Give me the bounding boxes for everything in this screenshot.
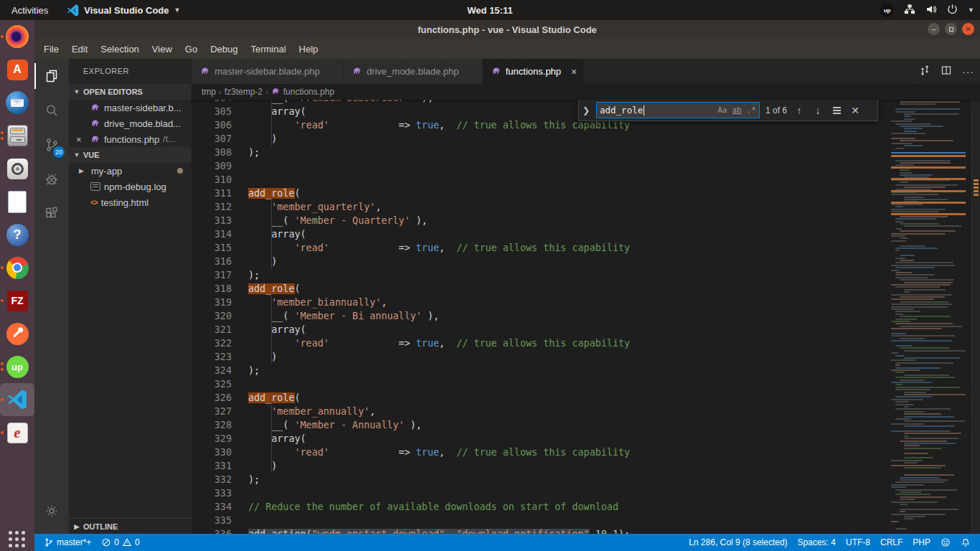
code-line-323[interactable]: 323 )	[192, 350, 980, 364]
dock-item-upwork[interactable]: up	[0, 350, 34, 383]
notifications-bell-icon[interactable]	[956, 537, 976, 547]
explorer-icon[interactable]	[34, 59, 69, 93]
tab-functions.php[interactable]: functions.php×	[483, 59, 585, 84]
code-line-335[interactable]: 335	[192, 514, 980, 527]
tab-master-sidebar.blade.php[interactable]: master-sidebar.blade.php×	[192, 59, 343, 84]
code-line-333[interactable]: 333	[192, 486, 980, 500]
open-editor-master-sidebar.b...[interactable]: master-sidebar.b...	[69, 100, 192, 116]
problems-status[interactable]: 0 0	[96, 537, 144, 547]
dock-item-firefox[interactable]	[0, 20, 34, 53]
code-line-330[interactable]: 330 'read' => true, // true allows this …	[192, 446, 980, 459]
extensions-icon[interactable]	[34, 197, 69, 231]
indentation-status[interactable]: Spaces: 4	[793, 537, 841, 547]
breadcrumb-item[interactable]: functions.php	[283, 87, 334, 97]
file-item-npm-debug.log[interactable]: npm-debug.log	[69, 179, 192, 194]
code-line-325[interactable]: 325	[192, 377, 980, 391]
minimize-button[interactable]: –	[928, 23, 940, 35]
menu-selection[interactable]: Selection	[94, 44, 145, 55]
search-icon[interactable]	[34, 93, 69, 128]
file-item-testing.html[interactable]: <>testing.html	[69, 194, 192, 210]
code-line-327[interactable]: 327 'member_annually',	[192, 405, 980, 418]
regex-toggle[interactable]: .*	[747, 105, 756, 115]
cursor-position-status[interactable]: Ln 286, Col 9 (8 selected)	[684, 537, 792, 547]
find-next-button[interactable]: ↓	[811, 105, 824, 116]
code-line-321[interactable]: 321 array(	[192, 323, 980, 336]
dock-item-chrome[interactable]	[0, 251, 34, 284]
open-editors-header[interactable]: ▼ OPEN EDITORS	[69, 84, 192, 100]
window-title-bar[interactable]: functions.php - vue - Visual Studio Code…	[34, 20, 980, 39]
code-line-315[interactable]: 315 'read' => true, // true allows this …	[192, 241, 980, 255]
find-previous-button[interactable]: ↑	[793, 105, 806, 116]
settings-gear-icon[interactable]	[34, 494, 69, 528]
code-line-329[interactable]: 329 array(	[192, 432, 980, 446]
minimap[interactable]	[890, 100, 971, 534]
power-icon[interactable]	[947, 4, 958, 17]
code-line-331[interactable]: 331 )	[192, 459, 980, 473]
split-editor-icon[interactable]	[941, 65, 952, 79]
maximize-button[interactable]	[945, 23, 957, 35]
dock-item-speaker[interactable]	[0, 152, 34, 185]
whole-word-toggle[interactable]: ab	[732, 105, 742, 115]
chevron-down-icon[interactable]: ▼	[968, 6, 974, 14]
activities-button[interactable]: Activities	[0, 5, 60, 16]
find-input[interactable]: add_role Aa ab .*	[596, 102, 760, 118]
close-button[interactable]: ✕	[962, 23, 974, 35]
code-line-320[interactable]: 320 __( 'Member - Bi annually' ),	[192, 309, 980, 323]
code-line-311[interactable]: 311add_role(	[192, 187, 980, 200]
project-section-header[interactable]: ▼ VUE	[69, 147, 192, 163]
dock-item-help[interactable]: ?	[0, 218, 34, 251]
find-close-button[interactable]: ✕	[849, 105, 862, 116]
tab-drive_mode.blade.php[interactable]: drive_mode.blade.php×	[344, 59, 482, 84]
code-line-319[interactable]: 319 'member_biannually',	[192, 296, 980, 309]
find-expand-chevron-icon[interactable]: ❯	[582, 105, 590, 116]
tab-close-icon[interactable]: ×	[571, 66, 577, 77]
debug-icon[interactable]	[34, 162, 69, 197]
dock-item-libreoffice-writer[interactable]	[0, 185, 34, 218]
code-line-312[interactable]: 312 'member_quarterly',	[192, 200, 980, 214]
code-line-332[interactable]: 332);	[192, 473, 980, 486]
menu-file[interactable]: File	[37, 44, 65, 55]
code-line-334[interactable]: 334// Reduce the number of available dow…	[192, 500, 980, 514]
network-icon[interactable]	[904, 4, 915, 17]
feedback-smiley-icon[interactable]	[936, 537, 956, 547]
more-actions-icon[interactable]: ···	[962, 66, 974, 77]
code-line-309[interactable]: 309	[192, 159, 980, 173]
encoding-status[interactable]: UTF-8	[841, 537, 875, 547]
menu-debug[interactable]: Debug	[204, 44, 244, 55]
code-line-308[interactable]: 308);	[192, 146, 980, 159]
code-line-328[interactable]: 328 __( 'Member - Annually' ),	[192, 418, 980, 432]
language-mode-status[interactable]: PHP	[908, 537, 936, 547]
code-line-310[interactable]: 310	[192, 173, 980, 187]
dock-item-filezilla[interactable]: FZ	[0, 284, 34, 317]
code-line-314[interactable]: 314 array(	[192, 227, 980, 241]
show-applications-icon[interactable]	[9, 531, 26, 548]
editor[interactable]: 304 __( 'Premium Subscriber' ),305 array…	[192, 100, 980, 534]
dock-item-thunderbird[interactable]	[0, 86, 34, 119]
dock-item-notes[interactable]: e	[0, 416, 34, 449]
dock-item-vscode[interactable]	[0, 383, 34, 416]
source-control-icon[interactable]: 20	[34, 128, 69, 162]
code-line-313[interactable]: 313 __( 'Member - Quarterly' ),	[192, 214, 980, 227]
open-changes-icon[interactable]	[919, 65, 930, 79]
open-editor-drive_mode.blad...[interactable]: drive_mode.blad...	[69, 116, 192, 131]
code-line-336[interactable]: 336add_action("wpdm_onstart_download", "…	[192, 527, 980, 534]
app-menu[interactable]: Visual Studio Code ▼	[60, 4, 187, 17]
code-line-316[interactable]: 316 )	[192, 255, 980, 268]
menu-go[interactable]: Go	[179, 44, 204, 55]
code-line-324[interactable]: 324);	[192, 364, 980, 377]
dock-item-ubuntu-software[interactable]: A	[0, 53, 34, 86]
code-line-326[interactable]: 326add_role(	[192, 391, 980, 405]
menu-help[interactable]: Help	[293, 44, 325, 55]
menu-terminal[interactable]: Terminal	[244, 44, 292, 55]
dock-item-postman[interactable]	[0, 317, 34, 350]
code-line-322[interactable]: 322 'read' => true, // true allows this …	[192, 336, 980, 350]
breadcrumb-item[interactable]: fz3temp-2	[225, 87, 263, 97]
menu-edit[interactable]: Edit	[65, 44, 94, 55]
open-editor-functions.php[interactable]: ×functions.php/t...	[69, 131, 192, 147]
eol-status[interactable]: CRLF	[875, 537, 908, 547]
match-case-toggle[interactable]: Aa	[717, 105, 727, 115]
close-editor-icon[interactable]: ×	[76, 134, 82, 145]
code-line-307[interactable]: 307 )	[192, 132, 980, 146]
volume-icon[interactable]	[925, 4, 937, 17]
breadcrumb-item[interactable]: tmp	[202, 87, 216, 97]
